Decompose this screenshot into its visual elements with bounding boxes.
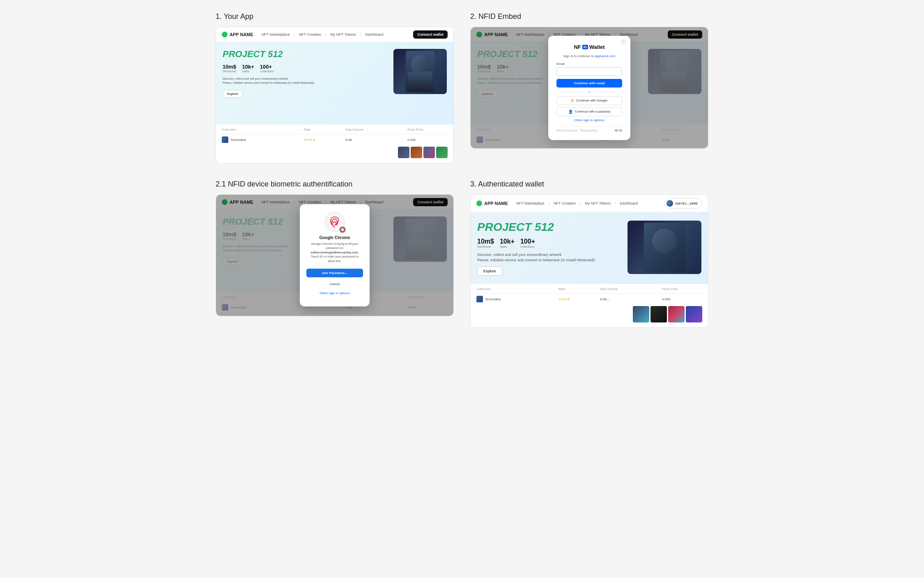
footer-nfid-logo: NF ID [615, 129, 622, 132]
section-3-nav: APP NAME NFT Marketplace | NFT Creation … [471, 195, 708, 212]
nfid-logo: NF ID Wallet [556, 44, 622, 52]
app-name-text-4: APP NAME [484, 201, 508, 206]
biometric-other-signin-link[interactable]: Other sign in options [306, 291, 363, 295]
section-1-left: PROJECT 512 10m$ Distributed 10k+ Sales … [223, 49, 388, 118]
stats-row-3: 10m$ Distributed 10k+ Sales 100+ Collect… [477, 238, 622, 248]
nav-link-marketplace[interactable]: NFT Marketplace [262, 32, 290, 37]
nav-link-4-marketplace[interactable]: NFT Marketplace [516, 201, 545, 205]
modal-close-icon[interactable]: ⓘ [621, 39, 626, 46]
biometric-icon-wrap [324, 212, 345, 232]
google-icon: G [571, 99, 574, 103]
stat-distributed-label: Distributed [223, 70, 236, 73]
continue-google-button[interactable]: G Continue with Google [556, 96, 622, 105]
biometric-modal: Google Chrome Google Chrome is trying to… [300, 204, 370, 307]
explore-button-3[interactable]: Explore [477, 267, 502, 276]
stat3-sales: 10k+ Sales [500, 238, 515, 248]
cancel-button[interactable]: Cancel [306, 280, 363, 288]
sec3-thumb-1 [633, 306, 649, 322]
collection-name: TechnoBot [230, 138, 246, 142]
table-header-3: Collection Rate Day Volume Floor Price [476, 287, 702, 294]
stat-distributed: 10m$ Distributed [223, 64, 236, 73]
section-1-label: 1. Your App [216, 12, 454, 21]
nfid-subtitle-link[interactable]: appname.com [595, 54, 616, 58]
nav-link-dashboard[interactable]: Dashboard [365, 32, 383, 37]
app-name-text: APP NAME [230, 32, 253, 37]
sec3-thumb-3 [668, 306, 685, 322]
wallet-address-button[interactable]: 0xE7E1...34RE [664, 198, 702, 209]
col-floor-price: Floor Price [407, 128, 448, 131]
app-description: Discover, collect and cell your extraord… [223, 77, 388, 85]
nav-link-tokens[interactable]: My NFT Tokens [330, 32, 356, 37]
wallet-address-text: 0xE7E1...34RE [675, 202, 698, 205]
sec3-thumb-2 [650, 306, 667, 322]
logo-circle-icon-4 [476, 200, 482, 206]
col-collection: Collection [222, 128, 302, 131]
app-logo: APP NAME [222, 32, 253, 37]
stat-sales-label: Sales [242, 70, 254, 73]
modal-divider: or [556, 90, 622, 94]
logo-circle-icon [222, 32, 228, 37]
section-3-label: 3. Authenticated wallet [470, 180, 708, 189]
stats-row: 10m$ Distributed 10k+ Sales 100+ Collect… [223, 64, 388, 73]
section-3-table: Collection Rate Day Volume Floor Price T… [471, 284, 708, 327]
section-1: 1. Your App APP NAME NFT Marketplace | N… [216, 12, 454, 163]
privacy-link[interactable]: Privacy policy [580, 129, 598, 132]
nav-link-4-creation[interactable]: NFT Creation [554, 201, 576, 205]
table-row: TechnoBot ★★★★ 8.5K 0.005 [222, 134, 448, 145]
collection-thumb [222, 136, 228, 143]
sec1-thumb-3 [423, 147, 435, 158]
nfid-modal-overlay: ⓘ NF ID Wallet Sign in to continue to ap… [471, 27, 708, 148]
chrome-badge-icon [338, 226, 347, 234]
connect-wallet-button[interactable]: Connect wallet [413, 30, 448, 39]
project-title-3: PROJECT 512 [477, 221, 622, 234]
nav-link-4-dashboard[interactable]: Dashboard [620, 201, 638, 205]
sec1-thumb-1 [398, 147, 409, 158]
stat-collections: 100+ Collections [260, 64, 274, 73]
biometric-modal-overlay: Google Chrome Google Chrome is trying to… [216, 195, 453, 316]
row-rate: ★★★★ [304, 138, 344, 142]
continue-email-button[interactable]: Continue with email [556, 79, 622, 88]
sec3-thumbs [476, 304, 702, 324]
stat3-distributed: 10m$ Distributed [477, 238, 494, 248]
use-password-button[interactable]: Use Password... [306, 269, 363, 277]
stat3-collections: 100+ Collections [520, 238, 535, 248]
wallet-avatar-icon [667, 200, 673, 207]
continue-passkey-label: Continue with a passkey [575, 110, 611, 113]
continue-passkey-button[interactable]: 👤 Continue with a passkey [556, 107, 622, 116]
section-2: 2. NFID Embed APP NAME NFT Marketplace |… [470, 12, 708, 163]
tos-link[interactable]: Terms of service [556, 129, 577, 132]
other-signin-link[interactable]: Other sign in options [556, 118, 622, 122]
email-input[interactable] [556, 67, 622, 76]
section-1-nav: APP NAME NFT Marketplace | NFT Creation … [216, 27, 453, 42]
table-header: Collection Rate Day Volume Floor Price [222, 128, 448, 134]
hero-image-4 [627, 221, 701, 274]
section-1-body: PROJECT 512 10m$ Distributed 10k+ Sales … [216, 42, 453, 124]
stat-distributed-val: 10m$ [223, 64, 236, 70]
nav-link-4-tokens[interactable]: My NFT Tokens [585, 201, 611, 205]
divider-text: or [588, 90, 591, 94]
nfid-logo-wallet: Wallet [589, 44, 605, 50]
nav-link-creation[interactable]: NFT Creation [299, 32, 321, 37]
stat-sales: 10k+ Sales [242, 64, 254, 73]
section-1-table: Collection Rate Day Volume Floor Price T… [216, 124, 453, 163]
footer-links: Terms of service Privacy policy [556, 129, 598, 132]
divider-line-right [593, 92, 622, 92]
row-volume: 8.5K [345, 138, 406, 142]
biometric-description: Google Chrome is trying to fill your pas… [306, 242, 363, 264]
app-logo-4: APP NAME [476, 200, 508, 206]
nfid-subtitle: Sign in to continue to appname.com [556, 54, 622, 58]
section-2-1-label: 2.1 NFID device biometric authentificati… [216, 180, 454, 189]
project-title: PROJECT 512 [223, 49, 388, 60]
col-day-volume: Day Volume [345, 128, 406, 131]
nfid-modal: ⓘ NF ID Wallet Sign in to continue to ap… [548, 36, 630, 140]
section-2-card: APP NAME NFT Marketplace | NFT Creation … [470, 27, 708, 149]
section-3-left: PROJECT 512 10m$ Distributed 10k+ Sales … [477, 221, 622, 276]
explore-button[interactable]: Explore [223, 90, 243, 98]
nfid-wallet-header: NF ID Wallet [574, 44, 605, 50]
section-3: 3. Authenticated wallet APP NAME NFT Mar… [470, 180, 708, 328]
app-desc-3: Discover, collect and cell your extraord… [477, 252, 622, 263]
modal-footer: Terms of service Privacy policy NF ID [556, 126, 622, 132]
row-collection: TechnoBot [222, 136, 302, 143]
col-rate: Rate [304, 128, 344, 131]
stat-collections-val: 100+ [260, 64, 274, 70]
